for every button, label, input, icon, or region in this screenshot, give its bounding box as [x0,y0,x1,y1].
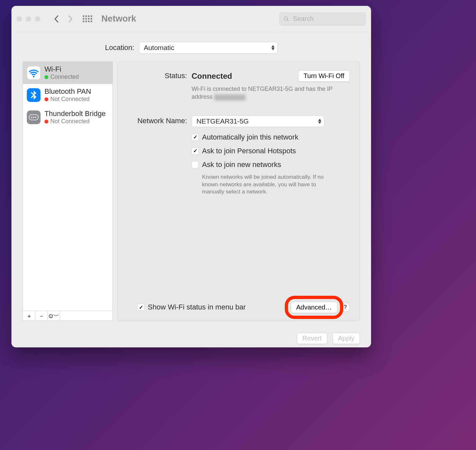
location-label: Location: [105,43,134,52]
search-field-wrap [280,12,366,25]
checkbox-label: Ask to join new networks [202,160,281,169]
help-button[interactable]: ? [341,303,350,312]
zoom-window-button[interactable] [35,16,40,22]
details-panel: Status: Connected Turn Wi-Fi Off Wi-Fi i… [117,61,360,321]
location-value: Automatic [144,44,174,52]
content-area: Wi-Fi Connected Bluetooth PAN [11,61,371,327]
wifi-icon [27,66,41,80]
service-status: Not Connected [44,96,91,103]
svg-point-3 [35,117,36,118]
apply-button[interactable]: Apply [332,333,360,344]
chevron-right-icon [68,15,73,23]
service-status: Not Connected [44,118,106,125]
checkbox-icon [192,161,199,168]
minus-icon: － [39,312,44,320]
service-name: Thunderbolt Bridge [44,109,106,118]
network-name-label: Network Name: [128,115,192,125]
status-dot-icon [44,120,48,124]
status-label: Status: [128,70,192,80]
minimize-window-button[interactable] [26,16,31,22]
updown-icon [318,119,321,124]
checkbox-label: Ask to join Personal Hotspots [202,147,296,155]
thunderbolt-bridge-icon [27,110,41,124]
sidebar-item-wifi[interactable]: Wi-Fi Connected [23,62,112,84]
window-title: Network [101,14,136,24]
advanced-button[interactable]: Advanced… [291,302,337,313]
close-window-button[interactable] [17,16,22,22]
service-status: Connected [44,74,79,81]
services-sidebar: Wi-Fi Connected Bluetooth PAN [23,61,113,321]
service-actions-button[interactable]: ⊙﹀ [48,311,60,321]
help-text: Known networks will be joined automatica… [192,174,350,196]
status-description: Wi-Fi is connected to NETGEAR31-5G and h… [192,85,350,101]
service-text: Thunderbolt Bridge Not Connected [44,109,106,125]
window-controls [17,16,40,22]
toggle-wifi-button[interactable]: Turn Wi-Fi Off [298,70,350,82]
sidebar-item-bluetooth-pan[interactable]: Bluetooth PAN Not Connected [23,84,112,106]
network-name-select[interactable]: NETGEAR31-5G [192,115,324,127]
checkbox-label: Show Wi-Fi status in menu bar [148,303,246,311]
gear-dropdown-icon: ⊙﹀ [48,312,59,320]
forward-button[interactable] [66,12,76,25]
service-name: Wi-Fi [44,65,79,74]
redacted-ip [214,94,246,100]
show-menu-bar-checkbox-row[interactable]: Show Wi-Fi status in menu bar [128,301,246,313]
toolbar: Network [11,6,371,32]
add-service-button[interactable]: ＋ [23,311,35,321]
services-list: Wi-Fi Connected Bluetooth PAN [23,61,113,311]
checkbox-icon [192,134,199,141]
status-row: Status: Connected Turn Wi-Fi Off Wi-Fi i… [128,68,350,103]
search-icon [283,16,289,22]
checkbox-icon [192,147,199,155]
details-footer: Show Wi-Fi status in menu bar Advanced… … [128,301,350,313]
window-footer: Revert Apply [11,327,371,347]
network-name-value: NETGEAR31-5G [196,117,249,125]
sidebar-item-thunderbolt-bridge[interactable]: Thunderbolt Bridge Not Connected [23,106,112,128]
show-all-button[interactable] [83,15,92,22]
svg-point-2 [33,117,34,118]
ask-hotspot-checkbox-row[interactable]: Ask to join Personal Hotspots [192,145,350,157]
checkbox-group: Automatically join this network Ask to j… [128,129,350,198]
updown-icon [271,45,275,50]
status-dot-icon [44,97,48,101]
checkbox-icon [137,304,144,311]
svg-point-1 [31,117,32,118]
network-name-row: Network Name: NETGEAR31-5G [128,113,350,129]
service-text: Wi-Fi Connected [44,65,79,81]
bluetooth-icon [27,88,41,102]
auto-join-checkbox-row[interactable]: Automatically join this network [192,131,350,143]
ask-new-networks-checkbox-row[interactable]: Ask to join new networks [192,158,350,171]
chevron-left-icon [54,15,59,23]
remove-service-button[interactable]: － [35,311,48,321]
status-value: Connected [192,72,232,81]
services-list-footer: ＋ － ⊙﹀ [23,311,113,321]
network-preferences-window: Network Location: Automatic [11,6,371,347]
location-select[interactable]: Automatic [139,42,278,54]
checkbox-label: Automatically join this network [202,133,298,142]
status-dot-icon [44,75,48,79]
service-name: Bluetooth PAN [44,87,91,96]
location-row: Location: Automatic [11,32,371,61]
back-button[interactable] [51,12,61,25]
service-text: Bluetooth PAN Not Connected [44,87,91,103]
search-input[interactable] [280,12,366,25]
revert-button[interactable]: Revert [297,333,327,344]
plus-icon: ＋ [26,312,32,320]
